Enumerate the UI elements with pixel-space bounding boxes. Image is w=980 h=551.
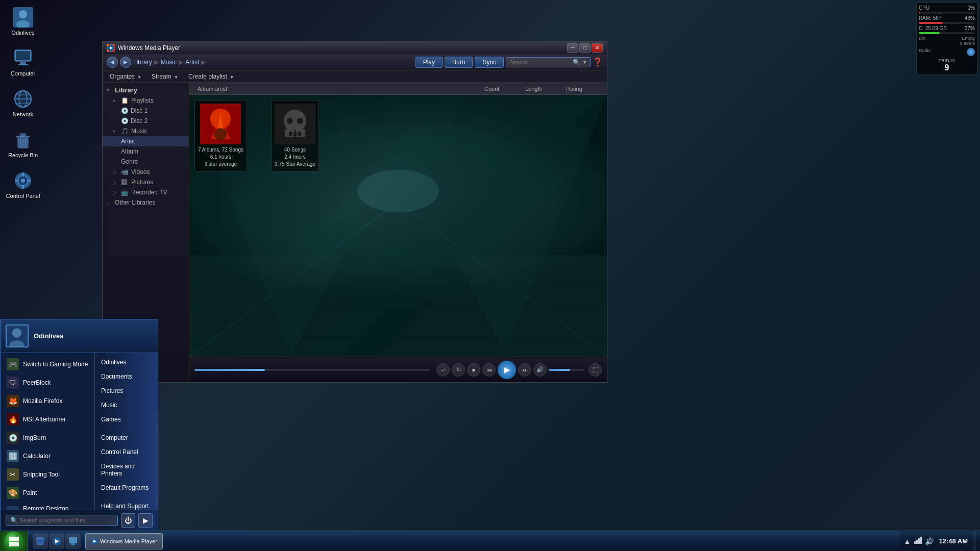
prev-btn[interactable]: ⏮: [482, 363, 496, 377]
start-right-control-panel[interactable]: Control Panel: [95, 445, 158, 459]
taskbar-wmp-quick-btn[interactable]: [49, 534, 64, 549]
show-desktop-btn[interactable]: [973, 532, 976, 551]
stream-menu[interactable]: Stream ▼: [146, 72, 183, 81]
sidebar-disc1[interactable]: 💿 Disc 1: [103, 106, 189, 116]
wmp-minimize-btn[interactable]: ─: [567, 43, 578, 53]
volume-icon-btn[interactable]: 🔊: [533, 363, 547, 377]
repeat-btn[interactable]: ↻: [452, 363, 465, 377]
sidebar-library[interactable]: ▾ Library: [103, 85, 189, 95]
artist2-info: 40 Songs 2.4 hours 3.75 Star Average: [275, 146, 315, 168]
wmp-maximize-btn[interactable]: □: [579, 43, 591, 53]
sidebar-videos[interactable]: ▷ 📹 Videos: [103, 167, 189, 177]
start-item-paint[interactable]: 🎨 Paint: [1, 484, 94, 502]
start-item-peerblock[interactable]: 🛡 PeerBlock: [1, 373, 94, 392]
sidebar-pictures[interactable]: ▷ 🖼 Pictures: [103, 177, 189, 187]
sidebar-album[interactable]: Album: [103, 146, 189, 157]
wmp-close-btn[interactable]: ✕: [592, 43, 603, 53]
taskbar-show-desktop-btn[interactable]: [65, 534, 81, 549]
create-playlist-menu[interactable]: Create playlist ▼: [183, 72, 239, 81]
desktop-icon-recycle-bin[interactable]: Recycle Bin: [3, 128, 43, 161]
sidebar-disc2[interactable]: 💿 Disc 2: [103, 116, 189, 126]
sidebar-music[interactable]: ▾ 🎵 Music: [103, 126, 189, 136]
shutdown-btn[interactable]: ⏻: [121, 513, 135, 528]
volume-fill: [549, 369, 570, 371]
desktop-icon-odinlives[interactable]: Odinlives: [3, 5, 43, 38]
radio-info: Radio: [919, 48, 975, 56]
shutdown-arrow-btn[interactable]: ▶: [138, 513, 153, 528]
col-rating[interactable]: Rating: [562, 86, 603, 92]
tray-network-icon[interactable]: [914, 536, 922, 546]
gaming-icon: 🎮: [7, 358, 19, 370]
taskbar-wmp-btn[interactable]: Windows Media Player: [85, 533, 163, 549]
start-search-input[interactable]: [20, 517, 113, 523]
start-right-odinlives-label: Odinlives: [101, 359, 126, 366]
tray-arrow-icon[interactable]: ▲: [904, 537, 911, 545]
sidebar-artist[interactable]: Artist: [103, 136, 189, 146]
start-right-music[interactable]: Music: [95, 398, 158, 412]
col-count[interactable]: Count: [480, 86, 521, 92]
wmp-search-dropdown[interactable]: ▼: [582, 60, 587, 65]
start-item-snipping[interactable]: ✂ Snipping Tool: [1, 465, 94, 484]
sidebar-recorded-tv[interactable]: ▷ 📺 Recorded TV: [103, 187, 189, 197]
wmp-search-box[interactable]: 🔍 ▼: [506, 57, 591, 67]
wmp-help-icon[interactable]: ❓: [593, 57, 603, 67]
wmp-search-input[interactable]: [509, 59, 571, 65]
wmp-forward-btn[interactable]: ▶: [120, 57, 131, 68]
wmp-back-btn[interactable]: ◀: [107, 57, 118, 68]
organize-menu[interactable]: Organize ▼: [105, 72, 146, 81]
tunnel-svg: [189, 95, 607, 357]
start-right-pictures[interactable]: Pictures: [95, 384, 158, 398]
tray-volume-icon[interactable]: 🔊: [925, 537, 934, 545]
svg-rect-6: [18, 64, 28, 65]
next-btn[interactable]: ⏭: [518, 363, 531, 377]
desktop-icon-computer[interactable]: Computer: [3, 46, 43, 79]
sidebar-genre[interactable]: Genre: [103, 157, 189, 167]
bin-items: 0 Items: [960, 41, 975, 46]
col-album-artist[interactable]: Album artist: [193, 86, 480, 92]
start-item-msi[interactable]: 🔥 MSI Afterburner: [1, 410, 94, 429]
start-right-default-programs[interactable]: Default Programs: [95, 481, 158, 495]
start-right-documents[interactable]: Documents: [95, 369, 158, 384]
start-right-devices-label: Devices and Printers: [101, 463, 152, 477]
artist1-card[interactable]: 7 Albums, 72 Songs 6.1 hours 3 star aver…: [194, 100, 247, 171]
wmp-play-tab[interactable]: Play: [415, 57, 443, 68]
start-right-devices[interactable]: Devices and Printers: [95, 459, 158, 481]
start-button[interactable]: [0, 531, 28, 552]
breadcrumb-library[interactable]: Library: [133, 59, 152, 66]
svg-rect-63: [37, 543, 43, 545]
cpu-value: 0%: [968, 5, 975, 11]
progress-track[interactable]: [194, 369, 429, 371]
desktop-icon-network[interactable]: Network: [3, 87, 43, 120]
artist2-card[interactable]: 40 Songs 2.4 hours 3.75 Star Average: [271, 100, 319, 171]
breadcrumb-music[interactable]: Music: [161, 59, 177, 66]
start-item-firefox[interactable]: 🦊 Mozilla Firefox: [1, 392, 94, 410]
svg-rect-25: [27, 180, 31, 182]
wmp-burn-tab[interactable]: Burn: [445, 57, 473, 68]
computer-icon: [13, 48, 33, 68]
play-btn[interactable]: ▶: [498, 361, 516, 379]
stop-btn[interactable]: ■: [467, 363, 480, 377]
start-right-computer[interactable]: Computer: [95, 431, 158, 445]
start-item-calculator[interactable]: 🔢 Calculator: [1, 447, 94, 465]
taskbar-explorer-btn[interactable]: [33, 534, 48, 549]
sidebar-other-libraries[interactable]: ▷ Other Libraries: [103, 197, 189, 208]
msi-icon: 🔥: [7, 413, 19, 425]
shuffle-btn[interactable]: ⇌: [436, 363, 450, 377]
col-length[interactable]: Length: [521, 86, 562, 92]
start-search-box[interactable]: 🔍: [6, 515, 118, 526]
breadcrumb-artist[interactable]: Artist: [185, 59, 199, 66]
start-right-help[interactable]: Help and Support: [95, 499, 158, 510]
start-item-gaming[interactable]: 🎮 Switch to Gaming Mode: [1, 355, 94, 373]
fullscreen-btn[interactable]: ⛶: [589, 363, 602, 377]
volume-slider[interactable]: [549, 369, 584, 371]
start-right-games[interactable]: Games: [95, 412, 158, 427]
desktop-icon-control-panel[interactable]: Control Panel: [3, 168, 43, 202]
wmp-sync-tab[interactable]: Sync: [475, 57, 504, 68]
sidebar-playlists[interactable]: ▾ 📋 Playlists: [103, 95, 189, 106]
start-item-remote-desktop[interactable]: 🖥 Remote Desktop Connection: [1, 502, 94, 510]
wmp-visualization: 7 Albums, 72 Songs 6.1 hours 3 star aver…: [189, 95, 607, 357]
imgburn-icon: 💿: [7, 432, 19, 444]
start-right-odinlives[interactable]: Odinlives: [95, 355, 158, 369]
start-item-imgburn[interactable]: 💿 ImgBurn: [1, 429, 94, 447]
system-clock[interactable]: 12:48 AM: [937, 537, 970, 545]
